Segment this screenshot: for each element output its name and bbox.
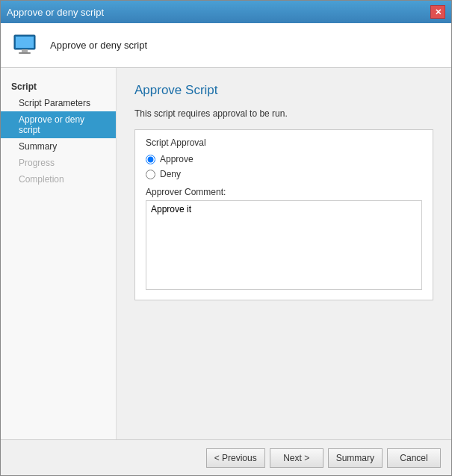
main-window: Approve or deny script ✕ Approve or deny…	[0, 0, 452, 476]
svg-rect-1	[16, 37, 34, 48]
approve-label: Approve	[160, 154, 194, 164]
summary-button[interactable]: Summary	[328, 448, 383, 468]
sidebar-item-approve-or-deny[interactable]: Approve or deny script	[1, 111, 116, 138]
footer: < Previous Next > Summary Cancel	[1, 439, 451, 475]
header-bar: Approve or deny script	[1, 23, 451, 68]
sidebar-section-script: Script	[1, 78, 116, 95]
deny-label: Deny	[160, 169, 181, 179]
deny-option[interactable]: Deny	[146, 169, 422, 179]
approval-group: Script Approval Approve Deny Approver Co…	[134, 129, 433, 300]
approve-radio[interactable]	[146, 155, 155, 164]
sidebar-item-summary[interactable]: Summary	[1, 138, 116, 155]
content-area: Script Script Parameters Approve or deny…	[1, 68, 451, 439]
computer-icon	[11, 31, 41, 61]
page-title: Approve Script	[134, 83, 433, 98]
cancel-button[interactable]: Cancel	[387, 448, 441, 468]
approve-option[interactable]: Approve	[146, 154, 422, 164]
sidebar-item-progress: Progress	[1, 155, 116, 171]
svg-rect-2	[22, 49, 28, 52]
sidebar-item-script-parameters[interactable]: Script Parameters	[1, 95, 116, 111]
next-button[interactable]: Next >	[270, 448, 323, 468]
description-text: This script requires approval to be run.	[134, 108, 433, 119]
previous-button[interactable]: < Previous	[206, 448, 265, 468]
deny-radio[interactable]	[146, 170, 155, 179]
comment-textarea[interactable]	[146, 200, 422, 290]
svg-rect-3	[19, 52, 31, 54]
window-title: Approve or deny script	[7, 7, 104, 18]
sidebar: Script Script Parameters Approve or deny…	[1, 68, 117, 439]
comment-section: Approver Comment:	[146, 187, 422, 292]
sidebar-item-completion: Completion	[1, 171, 116, 188]
header-title: Approve or deny script	[50, 40, 147, 51]
approval-group-label: Script Approval	[146, 137, 422, 148]
title-bar: Approve or deny script ✕	[1, 1, 451, 23]
close-button[interactable]: ✕	[430, 5, 445, 19]
main-panel: Approve Script This script requires appr…	[117, 68, 451, 439]
comment-label: Approver Comment:	[146, 187, 422, 197]
